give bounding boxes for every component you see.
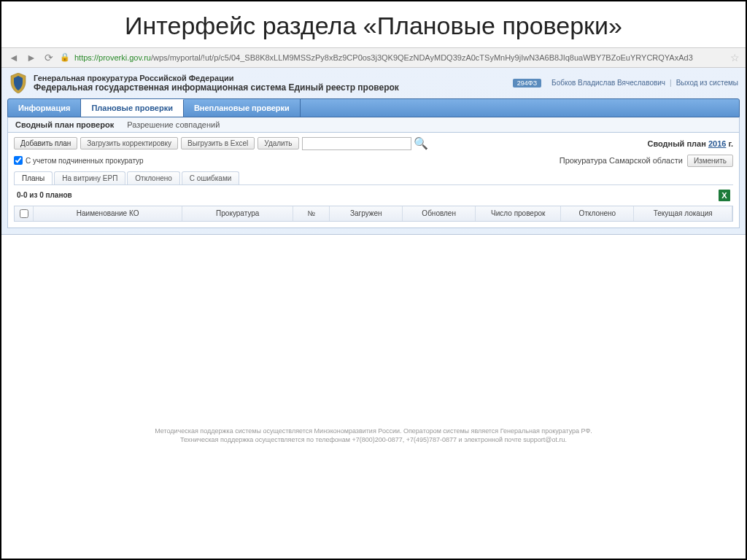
- add-plan-button[interactable]: Добавить план: [14, 137, 77, 149]
- col-loaded[interactable]: Загружен: [330, 206, 403, 221]
- select-all-checkbox[interactable]: [20, 209, 28, 218]
- col-number[interactable]: №: [293, 206, 330, 221]
- table-tabs: Планы На витрину ЕРП Отклонено С ошибкам…: [14, 171, 733, 185]
- reload-icon[interactable]: ⟳: [42, 51, 55, 64]
- summary-plan-label: Сводный план 2016 г.: [647, 139, 733, 148]
- bookmark-star-icon[interactable]: ☆: [730, 52, 740, 63]
- subtab-resolve-matches[interactable]: Разрешение совпадений: [127, 120, 220, 129]
- primary-tabs: Информация Плановые проверки Внеплановые…: [7, 98, 740, 117]
- action-toolbar: Добавить план Загрузить корректировку Вы…: [14, 137, 733, 150]
- lock-icon: 🔒: [60, 52, 70, 62]
- change-region-button[interactable]: Изменить: [687, 155, 733, 167]
- search-icon[interactable]: 🔍: [414, 137, 427, 150]
- results-count-row: 0-0 из 0 планов X: [14, 185, 733, 206]
- url-text[interactable]: https://proverki.gov.ru/wps/myportal/!ut…: [74, 53, 726, 62]
- table-tab-rejected[interactable]: Отклонено: [127, 171, 180, 184]
- secondary-tabs: Сводный план проверок Разрешение совпаде…: [7, 117, 740, 133]
- user-block: Бобков Владислав Вячеславович | Выход из…: [551, 79, 738, 87]
- filter-row: С учетом подчиненных прокуратур Прокурат…: [14, 155, 733, 167]
- include-subordinate-label: С учетом подчиненных прокуратур: [26, 157, 144, 165]
- slide-title: Интерфейс раздела «Плановые проверки»: [1, 1, 746, 47]
- excel-export-icon[interactable]: X: [719, 190, 730, 201]
- col-updated[interactable]: Обновлен: [403, 206, 476, 221]
- emblem-icon: [9, 72, 28, 94]
- col-rejected[interactable]: Отклонено: [561, 206, 634, 221]
- results-count: 0-0 из 0 планов: [17, 191, 72, 199]
- year-link[interactable]: 2016: [708, 139, 726, 148]
- tab-unplanned-checks[interactable]: Внеплановые проверки: [184, 99, 301, 117]
- content-panel: Добавить план Загрузить корректировку Вы…: [7, 133, 740, 228]
- search-input[interactable]: [302, 137, 411, 150]
- table-tab-errors[interactable]: С ошибками: [182, 171, 240, 184]
- region-label: Прокуратура Самарской области: [560, 156, 683, 165]
- nav-back-icon[interactable]: ◄: [7, 51, 20, 64]
- law-badge: 294ФЗ: [513, 79, 541, 88]
- browser-address-bar: ◄ ► ⟳ 🔒 https://proverki.gov.ru/wps/mypo…: [1, 47, 746, 68]
- include-subordinate-checkbox[interactable]: [14, 156, 23, 165]
- col-name[interactable]: Наименование КО: [34, 206, 182, 221]
- tab-planned-checks[interactable]: Плановые проверки: [81, 99, 184, 117]
- app-header: Генеральная прокуратура Российской Федер…: [1, 68, 746, 235]
- footer-notes: Методическая поддержка системы осуществл…: [12, 422, 735, 449]
- col-location[interactable]: Текущая локация: [634, 206, 732, 221]
- col-prosecutor[interactable]: Прокуратура: [182, 206, 293, 221]
- logout-link[interactable]: Выход из системы: [676, 79, 738, 87]
- nav-forward-icon[interactable]: ►: [25, 51, 38, 64]
- table-tab-plans[interactable]: Планы: [14, 171, 53, 184]
- col-checkbox: [15, 206, 34, 221]
- delete-button[interactable]: Удалить: [258, 137, 298, 149]
- table-header: Наименование КО Прокуратура № Загружен О…: [14, 206, 733, 222]
- col-check-count[interactable]: Число проверок: [476, 206, 561, 221]
- upload-correction-button[interactable]: Загрузить корректировку: [80, 137, 178, 149]
- table-tab-vitrina[interactable]: На витрину ЕРП: [54, 171, 125, 184]
- subtab-consolidated-plan[interactable]: Сводный план проверок: [15, 120, 114, 129]
- tab-info[interactable]: Информация: [8, 99, 81, 117]
- export-excel-button[interactable]: Выгрузить в Excel: [181, 137, 255, 149]
- user-name-link[interactable]: Бобков Владислав Вячеславович: [551, 79, 665, 87]
- app-titles: Генеральная прокуратура Российской Федер…: [34, 74, 507, 93]
- svg-text:X: X: [721, 191, 727, 200]
